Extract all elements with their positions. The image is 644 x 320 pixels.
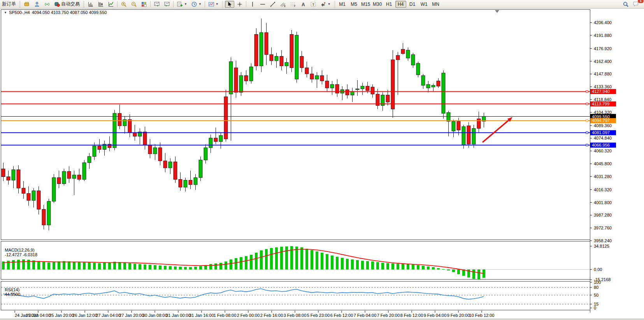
timeframe-button-m30[interactable]: M30 <box>372 1 383 8</box>
svg-text:9 Feb 04:00: 9 Feb 04:00 <box>424 313 447 318</box>
svg-text:4191.880: 4191.880 <box>594 33 612 38</box>
svg-text:3987.280: 3987.280 <box>594 213 612 217</box>
chart-menu-icon[interactable]: ▼ <box>4 11 7 14</box>
svg-text:4081.097: 4081.097 <box>592 130 610 135</box>
arrows-tool-button[interactable]: ▼ <box>319 1 332 8</box>
toolbar-separator <box>150 1 151 7</box>
svg-text:A: A <box>302 2 305 7</box>
chart-window[interactable]: 4206.4004191.8804176.9204162.4004147.880… <box>0 8 644 318</box>
clock-icon <box>191 1 197 7</box>
svg-text:25 Jan 04:00: 25 Jan 04:00 <box>26 313 51 318</box>
toolbar-grip <box>19 1 21 7</box>
period-button[interactable]: ▼ <box>190 1 203 8</box>
text-tool-button[interactable]: A <box>298 1 308 8</box>
text-label-tool-button[interactable]: T <box>309 1 318 8</box>
trendline-tool-button[interactable] <box>268 1 277 8</box>
notification-badge: 1 <box>638 0 644 3</box>
svg-text:4162.400: 4162.400 <box>594 59 612 64</box>
svg-text:4089.360: 4089.360 <box>594 123 612 128</box>
timeframe-button-d1[interactable]: D1 <box>407 1 418 8</box>
fibonacci-tool-button[interactable]: F <box>288 1 298 8</box>
toolbar-grip <box>334 1 335 7</box>
svg-text:4094.797: 4094.797 <box>592 118 610 123</box>
auto-trading-icon <box>54 1 60 7</box>
svg-text:10 Feb 12:00: 10 Feb 12:00 <box>469 313 495 318</box>
svg-text:4016.320: 4016.320 <box>594 187 612 192</box>
chart-title: ▼ SP500-,H4 4094.050 4103.750 4087.050 4… <box>4 10 107 15</box>
svg-text:4074.840: 4074.840 <box>594 136 612 140</box>
new-order-button[interactable]: 新订单 <box>0 1 18 8</box>
auto-scroll-button[interactable] <box>152 1 161 8</box>
svg-text:4147.880: 4147.880 <box>594 72 612 76</box>
svg-text:100: 100 <box>594 280 601 285</box>
timeframe-button-w1[interactable]: W1 <box>419 1 430 8</box>
svg-text:0: 0 <box>594 306 596 310</box>
svg-text:2 Feb 16:00: 2 Feb 16:00 <box>260 313 283 318</box>
timeframe-button-m1[interactable]: M1 <box>337 1 348 8</box>
horizontal-line-tool-button[interactable] <box>258 1 267 8</box>
zoom-out-button[interactable] <box>129 1 139 8</box>
svg-text:50: 50 <box>594 293 598 297</box>
svg-text:30 Jan 08:00: 30 Jan 08:00 <box>142 313 167 318</box>
accounts-button[interactable] <box>32 1 42 8</box>
chart-canvas[interactable]: 4206.4004191.8804176.9204162.4004147.880… <box>0 8 644 318</box>
history-center-button[interactable] <box>22 1 32 8</box>
dropdown-caret-icon: ▼ <box>328 2 331 6</box>
chart-shift-button[interactable] <box>162 1 172 8</box>
bar-chart-icon <box>88 1 94 7</box>
svg-text:3 Feb 08:00: 3 Feb 08:00 <box>284 313 307 318</box>
svg-text:2 Feb 00:00: 2 Feb 00:00 <box>237 313 260 318</box>
cursor-tool-button[interactable] <box>225 1 234 8</box>
new-order-label: 新订单 <box>2 1 16 7</box>
timeframe-button-mn[interactable]: MN <box>430 1 441 8</box>
trendline-icon <box>270 1 276 7</box>
chart-shift-icon <box>164 1 170 7</box>
timeframe-button-m15[interactable]: M15 <box>360 1 371 8</box>
svg-text:1 Feb 08:00: 1 Feb 08:00 <box>214 313 237 318</box>
ohlc-values: 4094.050 4103.750 4087.050 4099.550 <box>32 10 107 15</box>
vertical-line-icon <box>249 1 256 7</box>
timeframe-button-h1[interactable]: H1 <box>384 1 395 8</box>
svg-text:4206.400: 4206.400 <box>594 20 612 25</box>
crosshair-icon <box>237 1 243 7</box>
arrows-icon <box>320 1 326 7</box>
history-center-icon <box>24 1 30 7</box>
toolbar-grip <box>222 1 223 7</box>
candle-chart-mode-button[interactable] <box>96 1 105 8</box>
svg-text:31 Jan 16:00: 31 Jan 16:00 <box>189 313 214 318</box>
svg-text:7 Feb 20:00: 7 Feb 20:00 <box>377 313 400 318</box>
search-button[interactable] <box>621 1 630 8</box>
rsi-value: 44.5500 <box>5 292 20 297</box>
crosshair-tool-button[interactable] <box>235 1 244 8</box>
text-label-icon: T <box>310 1 316 7</box>
vertical-line-tool-button[interactable] <box>248 1 257 8</box>
line-chart-icon <box>108 1 114 7</box>
svg-text:3972.760: 3972.760 <box>594 226 612 230</box>
svg-text:9 Feb 20:00: 9 Feb 20:00 <box>447 313 470 318</box>
timeframe-button-m5[interactable]: M5 <box>349 1 360 8</box>
auto-trading-button[interactable]: 自动交易 <box>53 1 81 8</box>
svg-text:4060.320: 4060.320 <box>594 149 612 153</box>
channel-tool-button[interactable]: E <box>278 1 288 8</box>
horizontal-line-icon <box>260 1 266 7</box>
new-chart-button[interactable]: ▼ <box>175 1 189 8</box>
toolbar-separator <box>246 1 246 7</box>
signals-button[interactable] <box>42 1 52 8</box>
svg-text:0.00: 0.00 <box>594 267 602 272</box>
tile-windows-button[interactable] <box>139 1 149 8</box>
zoom-out-icon <box>131 1 137 7</box>
template-button[interactable]: ▼ <box>207 1 220 8</box>
svg-text:6 Feb 12:00: 6 Feb 12:00 <box>330 313 353 318</box>
toolbar: 新订单 自动交易 ▼ ▼ ▼ E F A T ▼ M1M5M15M30H1H4D… <box>0 0 644 9</box>
dropdown-caret-icon: ▼ <box>184 2 187 6</box>
bar-chart-mode-button[interactable] <box>86 1 95 8</box>
timeframe-button-h4[interactable]: H4 <box>395 1 406 8</box>
template-icon <box>208 1 214 7</box>
zoom-in-button[interactable] <box>119 1 128 8</box>
toolbar-separator <box>205 1 205 7</box>
line-chart-mode-button[interactable] <box>106 1 116 8</box>
toolbar-grip <box>83 1 84 7</box>
symbol-period-label: SP500-,H4 <box>9 10 30 15</box>
candle-chart-icon <box>98 1 104 7</box>
svg-text:31 Jan 00:00: 31 Jan 00:00 <box>166 313 191 318</box>
